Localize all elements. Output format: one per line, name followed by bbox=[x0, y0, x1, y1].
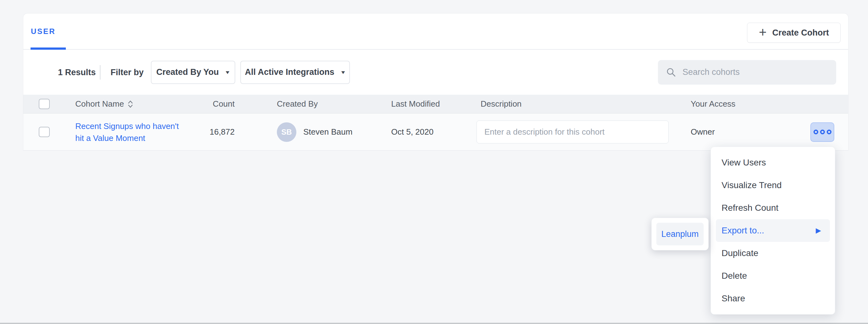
export-submenu: Leanplum bbox=[651, 218, 709, 250]
access-level: Owner bbox=[690, 127, 807, 137]
cohort-name-link[interactable]: Recent Signups who haven't hit a Value M… bbox=[75, 121, 179, 143]
row-context-menu: View Users Visualize Trend Refresh Count… bbox=[711, 147, 835, 315]
sort-icon bbox=[128, 100, 133, 108]
submenu-arrow-icon: ▶ bbox=[816, 226, 821, 235]
tab-user[interactable]: USER bbox=[31, 13, 56, 49]
created-by-dropdown-value: Created By You bbox=[156, 67, 219, 77]
header-description: Description bbox=[473, 99, 690, 109]
active-tab-underline bbox=[31, 47, 66, 50]
last-modified: Oct 5, 2020 bbox=[389, 127, 473, 137]
menu-item-refresh-count[interactable]: Refresh Count bbox=[716, 196, 830, 219]
integrations-dropdown-value: All Active Integrations bbox=[245, 67, 335, 77]
header-cohort-name[interactable]: Cohort Name bbox=[75, 99, 179, 109]
header-checkbox-cell bbox=[23, 99, 75, 109]
actions-cell bbox=[807, 122, 849, 142]
menu-item-share[interactable]: Share bbox=[716, 287, 830, 310]
search-input[interactable] bbox=[682, 67, 828, 77]
description-cell bbox=[473, 120, 690, 143]
select-all-checkbox[interactable] bbox=[39, 99, 50, 109]
table-header-row: Cohort Name Count Created By Last Modifi… bbox=[23, 95, 848, 114]
submenu-item-leanplum[interactable]: Leanplum bbox=[656, 223, 704, 245]
header-last-modified: Last Modified bbox=[389, 99, 473, 109]
header-created-by: Created By bbox=[235, 99, 389, 109]
created-by-dropdown[interactable]: Created By You ▼ bbox=[151, 61, 235, 84]
created-by-cell: SB Steven Baum bbox=[235, 122, 389, 142]
tab-user-label: USER bbox=[31, 27, 56, 36]
cohort-count: 16,872 bbox=[179, 127, 235, 137]
results-count: 1 Results bbox=[58, 67, 96, 77]
filter-bar: 1 Results Filter by Created By You ▼ All… bbox=[23, 50, 848, 95]
search-box[interactable] bbox=[658, 60, 836, 85]
filter-by-label: Filter by bbox=[111, 67, 144, 77]
create-cohort-label: Create Cohort bbox=[772, 28, 829, 38]
menu-item-duplicate[interactable]: Duplicate bbox=[716, 242, 830, 264]
vertical-divider bbox=[100, 65, 100, 80]
row-checkbox[interactable] bbox=[39, 127, 50, 137]
header-count: Count bbox=[179, 99, 235, 109]
menu-item-visualize-trend[interactable]: Visualize Trend bbox=[716, 174, 830, 196]
chevron-down-icon: ▼ bbox=[340, 70, 346, 75]
cohort-name-cell: Recent Signups who haven't hit a Value M… bbox=[75, 120, 179, 144]
tab-bar: USER + Create Cohort bbox=[23, 13, 848, 50]
menu-item-view-users[interactable]: View Users bbox=[716, 151, 830, 174]
integrations-dropdown[interactable]: All Active Integrations ▼ bbox=[240, 61, 350, 84]
menu-item-delete[interactable]: Delete bbox=[716, 264, 830, 287]
chevron-down-icon: ▼ bbox=[224, 70, 230, 75]
cohorts-card: USER + Create Cohort 1 Results Filter by… bbox=[23, 13, 848, 151]
create-cohort-button[interactable]: + Create Cohort bbox=[747, 23, 841, 43]
table-row: Recent Signups who haven't hit a Value M… bbox=[23, 114, 848, 151]
ellipsis-icon bbox=[813, 130, 818, 134]
row-actions-button[interactable] bbox=[810, 122, 834, 142]
row-checkbox-cell bbox=[23, 127, 75, 137]
description-input[interactable] bbox=[476, 120, 669, 143]
creator-name: Steven Baum bbox=[303, 127, 352, 137]
menu-item-export-to[interactable]: Export to... ▶ bbox=[716, 219, 830, 242]
cohorts-page: USER + Create Cohort 1 Results Filter by… bbox=[0, 0, 868, 324]
search-icon bbox=[666, 67, 676, 77]
window-bottom-edge bbox=[0, 323, 868, 324]
avatar: SB bbox=[277, 122, 297, 142]
header-your-access: Your Access bbox=[690, 99, 807, 109]
